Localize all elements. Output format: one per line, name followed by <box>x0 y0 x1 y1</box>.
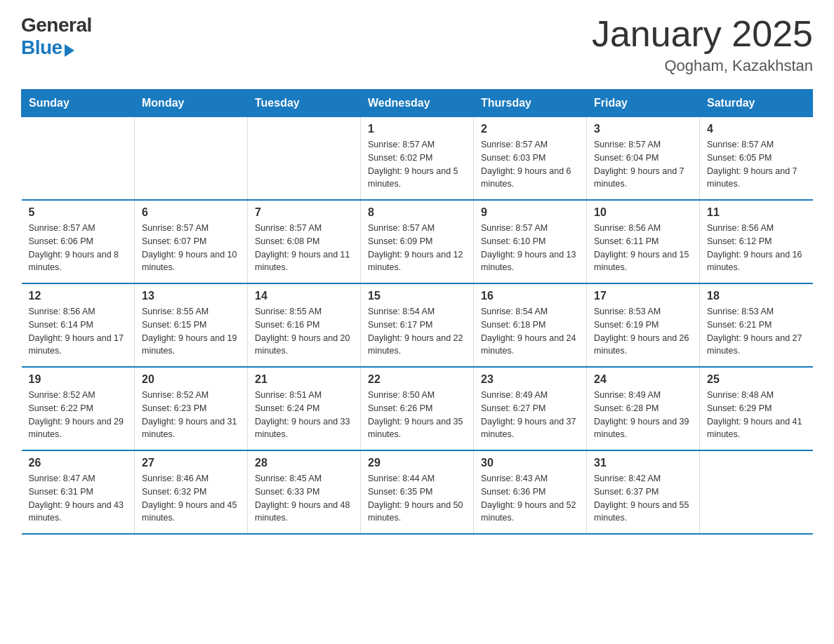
calendar-cell: 23Sunrise: 8:49 AM Sunset: 6:27 PM Dayli… <box>474 367 587 450</box>
day-number: 27 <box>142 457 240 469</box>
column-header-tuesday: Tuesday <box>248 90 361 117</box>
day-info: Sunrise: 8:45 AM Sunset: 6:33 PM Dayligh… <box>255 472 353 525</box>
calendar-cell: 16Sunrise: 8:54 AM Sunset: 6:18 PM Dayli… <box>474 283 587 367</box>
calendar-header-row: SundayMondayTuesdayWednesdayThursdayFrid… <box>22 90 813 117</box>
day-info: Sunrise: 8:42 AM Sunset: 6:37 PM Dayligh… <box>594 472 692 525</box>
day-number: 19 <box>29 373 128 386</box>
day-info: Sunrise: 8:49 AM Sunset: 6:28 PM Dayligh… <box>594 389 692 441</box>
day-number: 28 <box>255 457 353 469</box>
day-number: 25 <box>707 373 806 386</box>
logo-line1: General <box>21 14 92 36</box>
day-number: 21 <box>255 373 353 386</box>
day-info: Sunrise: 8:54 AM Sunset: 6:18 PM Dayligh… <box>481 305 579 358</box>
day-number: 11 <box>707 206 806 219</box>
calendar-cell <box>248 117 361 201</box>
day-number: 1 <box>368 123 466 135</box>
calendar-cell: 13Sunrise: 8:55 AM Sunset: 6:15 PM Dayli… <box>135 283 248 367</box>
day-info: Sunrise: 8:54 AM Sunset: 6:17 PM Dayligh… <box>368 305 466 358</box>
column-header-saturday: Saturday <box>700 90 813 117</box>
calendar-week-row: 26Sunrise: 8:47 AM Sunset: 6:31 PM Dayli… <box>22 450 813 534</box>
calendar-cell: 26Sunrise: 8:47 AM Sunset: 6:31 PM Dayli… <box>22 450 135 534</box>
day-number: 14 <box>255 290 353 302</box>
day-number: 26 <box>29 457 128 469</box>
day-info: Sunrise: 8:57 AM Sunset: 6:10 PM Dayligh… <box>481 222 579 274</box>
day-info: Sunrise: 8:44 AM Sunset: 6:35 PM Dayligh… <box>368 472 466 525</box>
day-info: Sunrise: 8:46 AM Sunset: 6:32 PM Dayligh… <box>142 472 240 525</box>
day-number: 22 <box>368 373 466 386</box>
day-info: Sunrise: 8:57 AM Sunset: 6:06 PM Dayligh… <box>29 222 128 274</box>
day-info: Sunrise: 8:57 AM Sunset: 6:08 PM Dayligh… <box>255 222 353 274</box>
day-number: 17 <box>594 290 692 302</box>
day-info: Sunrise: 8:57 AM Sunset: 6:09 PM Dayligh… <box>368 222 466 274</box>
day-number: 2 <box>481 123 579 135</box>
calendar-cell: 7Sunrise: 8:57 AM Sunset: 6:08 PM Daylig… <box>248 200 361 283</box>
day-info: Sunrise: 8:56 AM Sunset: 6:12 PM Dayligh… <box>707 222 806 274</box>
column-header-monday: Monday <box>135 90 248 117</box>
day-number: 4 <box>707 123 806 135</box>
calendar-cell: 30Sunrise: 8:43 AM Sunset: 6:36 PM Dayli… <box>474 450 587 534</box>
calendar-cell: 29Sunrise: 8:44 AM Sunset: 6:35 PM Dayli… <box>361 450 474 534</box>
day-info: Sunrise: 8:51 AM Sunset: 6:24 PM Dayligh… <box>255 389 353 441</box>
calendar-cell: 8Sunrise: 8:57 AM Sunset: 6:09 PM Daylig… <box>361 200 474 283</box>
calendar-cell: 3Sunrise: 8:57 AM Sunset: 6:04 PM Daylig… <box>587 117 700 201</box>
column-header-sunday: Sunday <box>22 90 135 117</box>
calendar-cell: 19Sunrise: 8:52 AM Sunset: 6:22 PM Dayli… <box>22 367 135 450</box>
day-number: 29 <box>368 457 466 469</box>
day-info: Sunrise: 8:52 AM Sunset: 6:22 PM Dayligh… <box>29 389 128 441</box>
calendar-cell <box>22 117 135 201</box>
calendar-cell: 1Sunrise: 8:57 AM Sunset: 6:02 PM Daylig… <box>361 117 474 201</box>
day-number: 18 <box>707 290 806 302</box>
calendar-cell: 10Sunrise: 8:56 AM Sunset: 6:11 PM Dayli… <box>587 200 700 283</box>
day-info: Sunrise: 8:55 AM Sunset: 6:16 PM Dayligh… <box>255 305 353 358</box>
day-number: 9 <box>481 206 579 219</box>
calendar-cell: 25Sunrise: 8:48 AM Sunset: 6:29 PM Dayli… <box>700 367 813 450</box>
day-number: 30 <box>481 457 579 469</box>
calendar-table: SundayMondayTuesdayWednesdayThursdayFrid… <box>21 89 813 535</box>
calendar-cell: 11Sunrise: 8:56 AM Sunset: 6:12 PM Dayli… <box>700 200 813 283</box>
calendar-cell: 28Sunrise: 8:45 AM Sunset: 6:33 PM Dayli… <box>248 450 361 534</box>
day-number: 12 <box>29 290 128 302</box>
page-subtitle: Qogham, Kazakhstan <box>592 57 813 75</box>
calendar-cell: 20Sunrise: 8:52 AM Sunset: 6:23 PM Dayli… <box>135 367 248 450</box>
calendar-cell: 31Sunrise: 8:42 AM Sunset: 6:37 PM Dayli… <box>587 450 700 534</box>
day-info: Sunrise: 8:47 AM Sunset: 6:31 PM Dayligh… <box>29 472 128 525</box>
page-title: January 2025 <box>592 14 813 54</box>
column-header-friday: Friday <box>587 90 700 117</box>
day-info: Sunrise: 8:57 AM Sunset: 6:05 PM Dayligh… <box>707 138 806 191</box>
day-number: 5 <box>29 206 128 219</box>
page-header: General Blue January 2025 Qogham, Kazakh… <box>21 14 813 75</box>
day-info: Sunrise: 8:53 AM Sunset: 6:19 PM Dayligh… <box>594 305 692 358</box>
day-number: 13 <box>142 290 240 302</box>
calendar-cell <box>700 450 813 534</box>
logo-arrow-icon <box>65 44 74 57</box>
day-info: Sunrise: 8:53 AM Sunset: 6:21 PM Dayligh… <box>707 305 806 358</box>
calendar-cell: 18Sunrise: 8:53 AM Sunset: 6:21 PM Dayli… <box>700 283 813 367</box>
calendar-cell: 14Sunrise: 8:55 AM Sunset: 6:16 PM Dayli… <box>248 283 361 367</box>
day-info: Sunrise: 8:56 AM Sunset: 6:14 PM Dayligh… <box>29 305 128 358</box>
day-number: 6 <box>142 206 240 219</box>
day-info: Sunrise: 8:57 AM Sunset: 6:04 PM Dayligh… <box>594 138 692 191</box>
calendar-week-row: 19Sunrise: 8:52 AM Sunset: 6:22 PM Dayli… <box>22 367 813 450</box>
calendar-cell: 24Sunrise: 8:49 AM Sunset: 6:28 PM Dayli… <box>587 367 700 450</box>
day-number: 23 <box>481 373 579 386</box>
day-info: Sunrise: 8:43 AM Sunset: 6:36 PM Dayligh… <box>481 472 579 525</box>
calendar-week-row: 5Sunrise: 8:57 AM Sunset: 6:06 PM Daylig… <box>22 200 813 283</box>
calendar-cell: 17Sunrise: 8:53 AM Sunset: 6:19 PM Dayli… <box>587 283 700 367</box>
day-info: Sunrise: 8:55 AM Sunset: 6:15 PM Dayligh… <box>142 305 240 358</box>
calendar-cell: 9Sunrise: 8:57 AM Sunset: 6:10 PM Daylig… <box>474 200 587 283</box>
day-number: 3 <box>594 123 692 135</box>
day-number: 15 <box>368 290 466 302</box>
day-number: 20 <box>142 373 240 386</box>
column-header-wednesday: Wednesday <box>361 90 474 117</box>
day-number: 10 <box>594 206 692 219</box>
calendar-cell: 27Sunrise: 8:46 AM Sunset: 6:32 PM Dayli… <box>135 450 248 534</box>
column-header-thursday: Thursday <box>474 90 587 117</box>
day-info: Sunrise: 8:49 AM Sunset: 6:27 PM Dayligh… <box>481 389 579 441</box>
day-number: 24 <box>594 373 692 386</box>
calendar-cell: 15Sunrise: 8:54 AM Sunset: 6:17 PM Dayli… <box>361 283 474 367</box>
logo-line2: Blue <box>21 36 92 59</box>
calendar-cell: 4Sunrise: 8:57 AM Sunset: 6:05 PM Daylig… <box>700 117 813 201</box>
calendar-week-row: 12Sunrise: 8:56 AM Sunset: 6:14 PM Dayli… <box>22 283 813 367</box>
calendar-cell: 6Sunrise: 8:57 AM Sunset: 6:07 PM Daylig… <box>135 200 248 283</box>
day-number: 7 <box>255 206 353 219</box>
